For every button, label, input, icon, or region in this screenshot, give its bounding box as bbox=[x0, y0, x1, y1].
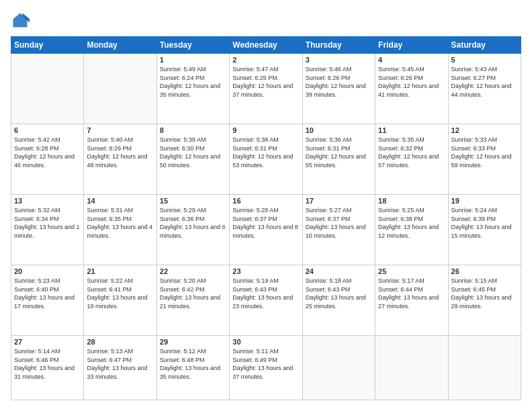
calendar-cell: 13Sunrise: 5:32 AMSunset: 6:34 PMDayligh… bbox=[11, 194, 84, 265]
day-number: 8 bbox=[160, 126, 226, 134]
logo-icon bbox=[11, 11, 30, 30]
day-number: 20 bbox=[14, 267, 81, 275]
calendar-header-row: SundayMondayTuesdayWednesdayThursdayFrid… bbox=[11, 37, 521, 54]
day-number: 24 bbox=[306, 267, 372, 275]
weekday-header: Friday bbox=[375, 37, 448, 54]
calendar-week-row: 13Sunrise: 5:32 AMSunset: 6:34 PMDayligh… bbox=[11, 194, 521, 265]
calendar-cell: 29Sunrise: 5:12 AMSunset: 6:48 PMDayligh… bbox=[157, 335, 229, 400]
cell-info: Sunrise: 5:11 AMSunset: 6:49 PMDaylight:… bbox=[232, 347, 299, 381]
cell-info: Sunrise: 5:43 AMSunset: 6:27 PMDaylight:… bbox=[451, 65, 518, 99]
calendar-cell: 17Sunrise: 5:27 AMSunset: 6:37 PMDayligh… bbox=[302, 194, 375, 265]
day-number: 16 bbox=[232, 197, 299, 205]
cell-info: Sunrise: 5:35 AMSunset: 6:32 PMDaylight:… bbox=[378, 136, 445, 169]
day-number: 18 bbox=[378, 197, 445, 205]
day-number: 9 bbox=[232, 126, 299, 134]
calendar-cell: 22Sunrise: 5:20 AMSunset: 6:42 PMDayligh… bbox=[157, 265, 229, 335]
weekday-header: Tuesday bbox=[157, 37, 229, 54]
cell-info: Sunrise: 5:46 AMSunset: 6:26 PMDaylight:… bbox=[306, 65, 372, 99]
day-number: 22 bbox=[160, 267, 226, 275]
calendar-cell: 28Sunrise: 5:13 AMSunset: 6:47 PMDayligh… bbox=[84, 335, 157, 400]
calendar-cell: 19Sunrise: 5:24 AMSunset: 6:39 PMDayligh… bbox=[448, 194, 521, 265]
cell-info: Sunrise: 5:49 AMSunset: 6:24 PMDaylight:… bbox=[160, 65, 226, 99]
cell-info: Sunrise: 5:12 AMSunset: 6:48 PMDaylight:… bbox=[160, 347, 226, 381]
cell-info: Sunrise: 5:27 AMSunset: 6:37 PMDaylight:… bbox=[306, 206, 372, 240]
cell-info: Sunrise: 5:24 AMSunset: 6:39 PMDaylight:… bbox=[451, 206, 518, 240]
cell-info: Sunrise: 5:40 AMSunset: 6:29 PMDaylight:… bbox=[87, 136, 153, 169]
cell-info: Sunrise: 5:14 AMSunset: 6:46 PMDaylight:… bbox=[14, 347, 81, 381]
cell-info: Sunrise: 5:38 AMSunset: 6:31 PMDaylight:… bbox=[232, 136, 299, 169]
calendar-cell: 4Sunrise: 5:45 AMSunset: 6:26 PMDaylight… bbox=[375, 54, 448, 124]
calendar-cell: 16Sunrise: 5:28 AMSunset: 6:37 PMDayligh… bbox=[230, 194, 302, 265]
calendar-cell: 30Sunrise: 5:11 AMSunset: 6:49 PMDayligh… bbox=[230, 335, 302, 400]
calendar-cell: 26Sunrise: 5:15 AMSunset: 6:45 PMDayligh… bbox=[448, 265, 521, 335]
cell-info: Sunrise: 5:20 AMSunset: 6:42 PMDaylight:… bbox=[160, 277, 226, 310]
cell-info: Sunrise: 5:29 AMSunset: 6:36 PMDaylight:… bbox=[160, 206, 226, 240]
day-number: 4 bbox=[378, 56, 445, 64]
day-number: 10 bbox=[306, 126, 372, 134]
calendar-cell bbox=[302, 335, 375, 400]
calendar-cell: 12Sunrise: 5:33 AMSunset: 6:33 PMDayligh… bbox=[448, 124, 521, 194]
day-number: 26 bbox=[451, 267, 518, 275]
calendar-cell: 14Sunrise: 5:31 AMSunset: 6:35 PMDayligh… bbox=[84, 194, 157, 265]
calendar-cell: 15Sunrise: 5:29 AMSunset: 6:36 PMDayligh… bbox=[157, 194, 229, 265]
cell-info: Sunrise: 5:19 AMSunset: 6:43 PMDaylight:… bbox=[232, 277, 299, 310]
cell-info: Sunrise: 5:31 AMSunset: 6:35 PMDaylight:… bbox=[87, 206, 153, 240]
logo bbox=[11, 11, 32, 30]
cell-info: Sunrise: 5:32 AMSunset: 6:34 PMDaylight:… bbox=[14, 206, 81, 240]
weekday-header: Thursday bbox=[302, 37, 375, 54]
day-number: 1 bbox=[160, 56, 226, 64]
calendar-cell: 3Sunrise: 5:46 AMSunset: 6:26 PMDaylight… bbox=[302, 54, 375, 124]
calendar-cell bbox=[84, 54, 157, 124]
calendar-week-row: 27Sunrise: 5:14 AMSunset: 6:46 PMDayligh… bbox=[11, 335, 521, 400]
cell-info: Sunrise: 5:13 AMSunset: 6:47 PMDaylight:… bbox=[87, 347, 153, 381]
day-number: 15 bbox=[160, 197, 226, 205]
calendar-cell bbox=[375, 335, 448, 400]
calendar-week-row: 20Sunrise: 5:23 AMSunset: 6:40 PMDayligh… bbox=[11, 265, 521, 335]
day-number: 19 bbox=[451, 197, 518, 205]
cell-info: Sunrise: 5:28 AMSunset: 6:37 PMDaylight:… bbox=[232, 206, 299, 240]
day-number: 21 bbox=[87, 267, 153, 275]
calendar-cell: 27Sunrise: 5:14 AMSunset: 6:46 PMDayligh… bbox=[11, 335, 84, 400]
cell-info: Sunrise: 5:25 AMSunset: 6:38 PMDaylight:… bbox=[378, 206, 445, 240]
day-number: 25 bbox=[378, 267, 445, 275]
cell-info: Sunrise: 5:42 AMSunset: 6:28 PMDaylight:… bbox=[14, 136, 81, 169]
day-number: 5 bbox=[451, 56, 518, 64]
day-number: 29 bbox=[160, 338, 226, 346]
calendar-cell: 24Sunrise: 5:18 AMSunset: 6:43 PMDayligh… bbox=[302, 265, 375, 335]
day-number: 30 bbox=[232, 338, 299, 346]
weekday-header: Wednesday bbox=[230, 37, 302, 54]
cell-info: Sunrise: 5:36 AMSunset: 6:31 PMDaylight:… bbox=[306, 136, 372, 169]
cell-info: Sunrise: 5:17 AMSunset: 6:44 PMDaylight:… bbox=[378, 277, 445, 310]
day-number: 27 bbox=[14, 338, 81, 346]
calendar-week-row: 1Sunrise: 5:49 AMSunset: 6:24 PMDaylight… bbox=[11, 54, 521, 124]
cell-info: Sunrise: 5:18 AMSunset: 6:43 PMDaylight:… bbox=[306, 277, 372, 310]
calendar-cell bbox=[11, 54, 84, 124]
calendar-cell: 2Sunrise: 5:47 AMSunset: 6:25 PMDaylight… bbox=[230, 54, 302, 124]
calendar-page: SundayMondayTuesdayWednesdayThursdayFrid… bbox=[0, 0, 532, 411]
calendar-cell: 20Sunrise: 5:23 AMSunset: 6:40 PMDayligh… bbox=[11, 265, 84, 335]
svg-marker-0 bbox=[13, 13, 28, 28]
day-number: 2 bbox=[232, 56, 299, 64]
calendar-cell: 25Sunrise: 5:17 AMSunset: 6:44 PMDayligh… bbox=[375, 265, 448, 335]
cell-info: Sunrise: 5:23 AMSunset: 6:40 PMDaylight:… bbox=[14, 277, 81, 310]
calendar-cell: 5Sunrise: 5:43 AMSunset: 6:27 PMDaylight… bbox=[448, 54, 521, 124]
weekday-header: Monday bbox=[84, 37, 157, 54]
header bbox=[11, 11, 521, 30]
calendar-cell: 23Sunrise: 5:19 AMSunset: 6:43 PMDayligh… bbox=[230, 265, 302, 335]
day-number: 12 bbox=[451, 126, 518, 134]
day-number: 28 bbox=[87, 338, 153, 346]
cell-info: Sunrise: 5:15 AMSunset: 6:45 PMDaylight:… bbox=[451, 277, 518, 310]
day-number: 23 bbox=[232, 267, 299, 275]
calendar-cell: 10Sunrise: 5:36 AMSunset: 6:31 PMDayligh… bbox=[302, 124, 375, 194]
day-number: 3 bbox=[306, 56, 372, 64]
cell-info: Sunrise: 5:33 AMSunset: 6:33 PMDaylight:… bbox=[451, 136, 518, 169]
day-number: 7 bbox=[87, 126, 153, 134]
calendar-cell: 11Sunrise: 5:35 AMSunset: 6:32 PMDayligh… bbox=[375, 124, 448, 194]
calendar-cell: 18Sunrise: 5:25 AMSunset: 6:38 PMDayligh… bbox=[375, 194, 448, 265]
day-number: 13 bbox=[14, 197, 81, 205]
day-number: 17 bbox=[306, 197, 372, 205]
cell-info: Sunrise: 5:22 AMSunset: 6:41 PMDaylight:… bbox=[87, 277, 153, 310]
calendar-cell: 1Sunrise: 5:49 AMSunset: 6:24 PMDaylight… bbox=[157, 54, 229, 124]
day-number: 11 bbox=[378, 126, 445, 134]
calendar-cell: 8Sunrise: 5:39 AMSunset: 6:30 PMDaylight… bbox=[157, 124, 229, 194]
